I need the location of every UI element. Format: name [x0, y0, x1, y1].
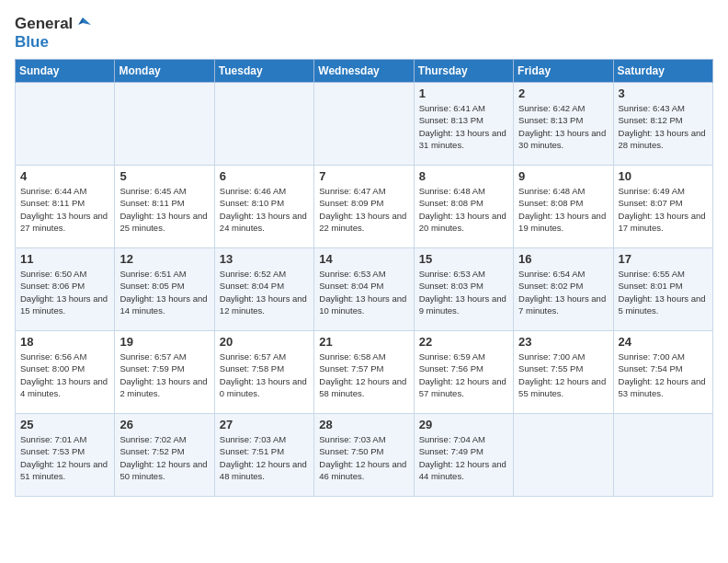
day-number: 12	[119, 252, 209, 266]
logo: General Blue	[15, 15, 91, 52]
calendar-cell: 22Sunrise: 6:59 AM Sunset: 7:56 PM Dayli…	[414, 331, 513, 414]
day-number: 18	[20, 335, 109, 349]
day-number: 4	[20, 169, 109, 183]
calendar-cell: 14Sunrise: 6:53 AM Sunset: 8:04 PM Dayli…	[314, 248, 414, 331]
calendar-week-row: 11Sunrise: 6:50 AM Sunset: 8:06 PM Dayli…	[16, 248, 713, 331]
day-info: Sunrise: 7:02 AM Sunset: 7:52 PM Dayligh…	[119, 433, 209, 482]
day-info: Sunrise: 7:04 AM Sunset: 7:49 PM Dayligh…	[419, 433, 508, 482]
calendar-cell: 9Sunrise: 6:48 AM Sunset: 8:08 PM Daylig…	[514, 166, 613, 248]
day-number: 6	[220, 169, 309, 183]
day-number: 28	[319, 418, 408, 431]
day-number: 2	[518, 86, 608, 100]
day-number: 13	[220, 252, 309, 266]
day-info: Sunrise: 7:00 AM Sunset: 7:55 PM Dayligh…	[518, 350, 608, 399]
day-number: 24	[619, 335, 708, 349]
day-number: 5	[119, 169, 209, 183]
calendar-cell: 15Sunrise: 6:53 AM Sunset: 8:03 PM Dayli…	[414, 248, 513, 331]
day-info: Sunrise: 6:57 AM Sunset: 7:59 PM Dayligh…	[119, 350, 209, 399]
calendar-cell: 5Sunrise: 6:45 AM Sunset: 8:11 PM Daylig…	[115, 166, 214, 248]
calendar-cell: 11Sunrise: 6:50 AM Sunset: 8:06 PM Dayli…	[16, 248, 115, 331]
calendar-cell: 10Sunrise: 6:49 AM Sunset: 8:07 PM Dayli…	[613, 166, 712, 248]
day-info: Sunrise: 7:03 AM Sunset: 7:50 PM Dayligh…	[319, 433, 408, 482]
day-number: 11	[20, 252, 109, 266]
day-number: 22	[419, 335, 508, 349]
calendar-cell: 17Sunrise: 6:55 AM Sunset: 8:01 PM Dayli…	[613, 248, 712, 331]
day-number: 21	[319, 335, 408, 349]
day-info: Sunrise: 6:55 AM Sunset: 8:01 PM Dayligh…	[619, 268, 708, 316]
calendar-cell: 7Sunrise: 6:47 AM Sunset: 8:09 PM Daylig…	[314, 166, 414, 248]
day-info: Sunrise: 6:48 AM Sunset: 8:08 PM Dayligh…	[419, 185, 508, 234]
calendar-cell: 21Sunrise: 6:58 AM Sunset: 7:57 PM Dayli…	[314, 331, 414, 414]
day-header-tuesday: Tuesday	[214, 60, 313, 83]
day-number: 3	[619, 86, 708, 100]
day-header-monday: Monday	[115, 60, 214, 83]
day-info: Sunrise: 6:53 AM Sunset: 8:03 PM Dayligh…	[419, 268, 508, 316]
calendar-cell: 6Sunrise: 6:46 AM Sunset: 8:10 PM Daylig…	[214, 166, 313, 248]
day-number: 17	[619, 252, 708, 266]
calendar-table: SundayMondayTuesdayWednesdayThursdayFrid…	[15, 59, 713, 497]
calendar-header-row: SundayMondayTuesdayWednesdayThursdayFrid…	[16, 60, 713, 83]
logo-blue-text: Blue	[15, 33, 49, 52]
day-number: 26	[119, 418, 209, 431]
day-number: 8	[419, 169, 508, 183]
day-info: Sunrise: 6:58 AM Sunset: 7:57 PM Dayligh…	[319, 350, 408, 399]
calendar-cell	[16, 83, 115, 166]
calendar-cell	[314, 83, 414, 166]
day-info: Sunrise: 6:59 AM Sunset: 7:56 PM Dayligh…	[419, 350, 508, 399]
day-info: Sunrise: 6:56 AM Sunset: 8:00 PM Dayligh…	[20, 350, 109, 399]
day-header-sunday: Sunday	[16, 60, 115, 83]
day-info: Sunrise: 6:47 AM Sunset: 8:09 PM Dayligh…	[319, 185, 408, 234]
calendar-cell: 12Sunrise: 6:51 AM Sunset: 8:05 PM Dayli…	[115, 248, 214, 331]
day-number: 10	[619, 169, 708, 183]
calendar-cell: 24Sunrise: 7:00 AM Sunset: 7:54 PM Dayli…	[613, 331, 712, 414]
day-info: Sunrise: 6:53 AM Sunset: 8:04 PM Dayligh…	[319, 268, 408, 316]
day-number: 19	[119, 335, 209, 349]
calendar-cell: 19Sunrise: 6:57 AM Sunset: 7:59 PM Dayli…	[115, 331, 214, 414]
calendar-cell: 20Sunrise: 6:57 AM Sunset: 7:58 PM Dayli…	[214, 331, 313, 414]
day-info: Sunrise: 7:01 AM Sunset: 7:53 PM Dayligh…	[20, 433, 109, 482]
day-number: 23	[518, 335, 608, 349]
calendar-week-row: 25Sunrise: 7:01 AM Sunset: 7:53 PM Dayli…	[16, 414, 713, 497]
day-number: 27	[220, 418, 309, 431]
day-number: 1	[419, 86, 508, 100]
calendar-cell: 26Sunrise: 7:02 AM Sunset: 7:52 PM Dayli…	[115, 414, 214, 497]
day-number: 15	[419, 252, 508, 266]
day-info: Sunrise: 6:57 AM Sunset: 7:58 PM Dayligh…	[220, 350, 309, 399]
day-info: Sunrise: 6:51 AM Sunset: 8:05 PM Dayligh…	[119, 268, 209, 316]
calendar-cell: 28Sunrise: 7:03 AM Sunset: 7:50 PM Dayli…	[314, 414, 414, 497]
svg-marker-0	[83, 17, 91, 25]
day-info: Sunrise: 6:41 AM Sunset: 8:13 PM Dayligh…	[419, 102, 508, 151]
svg-marker-1	[78, 17, 83, 25]
calendar-week-row: 1Sunrise: 6:41 AM Sunset: 8:13 PM Daylig…	[16, 83, 713, 166]
calendar-week-row: 18Sunrise: 6:56 AM Sunset: 8:00 PM Dayli…	[16, 331, 713, 414]
day-number: 25	[20, 418, 109, 431]
calendar-cell: 3Sunrise: 6:43 AM Sunset: 8:12 PM Daylig…	[613, 83, 712, 166]
day-info: Sunrise: 6:50 AM Sunset: 8:06 PM Dayligh…	[20, 268, 109, 316]
day-header-friday: Friday	[514, 60, 613, 83]
calendar-cell: 1Sunrise: 6:41 AM Sunset: 8:13 PM Daylig…	[414, 83, 513, 166]
page-header: General Blue	[15, 15, 713, 52]
day-info: Sunrise: 7:00 AM Sunset: 7:54 PM Dayligh…	[619, 350, 708, 399]
day-info: Sunrise: 6:45 AM Sunset: 8:11 PM Dayligh…	[119, 185, 209, 234]
day-info: Sunrise: 6:48 AM Sunset: 8:08 PM Dayligh…	[518, 185, 608, 234]
calendar-cell: 27Sunrise: 7:03 AM Sunset: 7:51 PM Dayli…	[214, 414, 313, 497]
calendar-cell	[214, 83, 313, 166]
day-number: 7	[319, 169, 408, 183]
calendar-cell: 16Sunrise: 6:54 AM Sunset: 8:02 PM Dayli…	[514, 248, 613, 331]
day-header-thursday: Thursday	[414, 60, 513, 83]
day-info: Sunrise: 6:54 AM Sunset: 8:02 PM Dayligh…	[518, 268, 608, 316]
day-number: 16	[518, 252, 608, 266]
day-header-saturday: Saturday	[613, 60, 712, 83]
calendar-cell: 23Sunrise: 7:00 AM Sunset: 7:55 PM Dayli…	[514, 331, 613, 414]
calendar-cell: 4Sunrise: 6:44 AM Sunset: 8:11 PM Daylig…	[16, 166, 115, 248]
calendar-week-row: 4Sunrise: 6:44 AM Sunset: 8:11 PM Daylig…	[16, 166, 713, 248]
day-number: 29	[419, 418, 508, 431]
calendar-cell: 25Sunrise: 7:01 AM Sunset: 7:53 PM Dayli…	[16, 414, 115, 497]
day-info: Sunrise: 6:49 AM Sunset: 8:07 PM Dayligh…	[619, 185, 708, 234]
day-info: Sunrise: 7:03 AM Sunset: 7:51 PM Dayligh…	[220, 433, 309, 482]
calendar-cell	[115, 83, 214, 166]
day-number: 9	[518, 169, 608, 183]
logo-bird-icon	[74, 16, 91, 32]
logo-general-text: General	[15, 15, 73, 33]
calendar-cell	[514, 414, 613, 497]
